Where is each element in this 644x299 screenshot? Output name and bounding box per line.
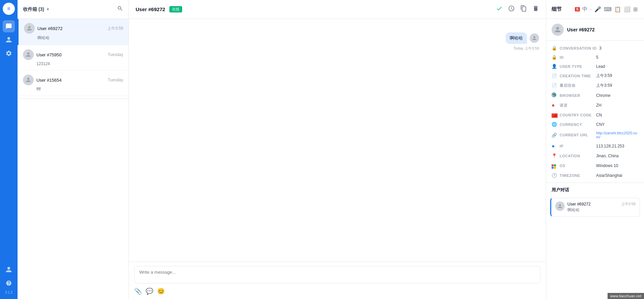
chat-header-title: User #69272 (136, 6, 165, 12)
field-id: 🔒 ID 5 (546, 53, 644, 62)
conversation-item[interactable]: User #15654 Tuesday ffff (18, 71, 129, 96)
message-avatar (530, 33, 539, 43)
field-value-id: 5 (596, 55, 598, 60)
field-conversation-id: 🔒 CONVERSATION ID 3 (546, 44, 644, 53)
chat-input-tools: 📎 💬 😊 (134, 288, 540, 295)
conversation-list-panel: 收件箱 (3) ▼ User #69272 上午3:59 啊哈哈 (18, 0, 129, 299)
chevron-down-icon: ▼ (46, 7, 50, 11)
field-label-location: LOCATION (560, 154, 593, 158)
chat-header-actions (496, 5, 539, 13)
mini-conv-time: 上午3:59 (621, 201, 636, 207)
bubble-icon[interactable]: 💬 (146, 288, 153, 295)
profile-icon (5, 266, 12, 273)
mini-conv-content: User #69272 上午3:59 啊哈哈 (567, 201, 636, 213)
mini-conv-preview: 啊哈哈 (567, 207, 636, 213)
conv-time: Tuesday (108, 78, 123, 82)
field-value-location: Jinan, China (596, 154, 619, 158)
field-last-activity: 📄 最后活动 上午3:59 (546, 81, 644, 90)
detail-tool-7[interactable]: ⊞ (632, 5, 639, 13)
field-label-creation-time: CREATION TIME (560, 74, 593, 78)
copy-button[interactable] (520, 5, 527, 13)
detail-avatar (552, 24, 564, 36)
contacts-icon (5, 36, 12, 43)
detail-toolbar: S 中 · 🎤 ⌨ 📋 ⬜ ⊞ (575, 5, 639, 14)
search-button[interactable] (117, 5, 123, 13)
emoji-icon[interactable]: 😊 (157, 288, 165, 295)
conversation-item[interactable]: User #69272 上午3:59 啊哈哈 (18, 19, 129, 45)
field-value-timezone: Asia/Shanghai (596, 173, 622, 178)
field-browser: BROWSER Chrome (546, 90, 644, 100)
field-label-id: ID (560, 55, 593, 59)
timezone-icon: 🕐 (552, 173, 557, 178)
sidebar-item-profile[interactable] (3, 264, 15, 276)
snooze-button[interactable] (508, 5, 515, 13)
field-os: OS Windows 10 (546, 160, 644, 171)
detail-tool-3[interactable]: 🎤 (593, 5, 602, 13)
conv-preview: 123124 (23, 61, 123, 66)
detail-tool-1[interactable]: 中 (581, 5, 589, 14)
field-label-browser: BROWSER (560, 93, 593, 98)
chat-messages: 啊哈哈 Today 上午3:59 (129, 19, 546, 262)
conversation-item[interactable]: User #75950 Tuesday 123124 (18, 45, 129, 71)
detail-tool-2[interactable]: · (589, 5, 593, 13)
field-label-currency: CURRENCY (560, 123, 593, 127)
field-label-os: OS (560, 164, 593, 168)
inbox-title[interactable]: 收件箱 (3) ▼ (23, 6, 50, 12)
version-label: 3.1.3 (5, 291, 12, 296)
conv-username: User #15654 (36, 78, 61, 83)
detail-tool-6[interactable]: ⬜ (623, 5, 632, 13)
field-location: 📍 LOCATION Jinan, China (546, 151, 644, 160)
location-icon: 📍 (552, 153, 557, 158)
currency-icon: 🌐 (552, 122, 557, 127)
field-label-ip: IP (560, 144, 593, 148)
os-icon (552, 162, 557, 169)
avatar (23, 75, 34, 85)
detail-tool-4[interactable]: ⌨ (603, 5, 613, 13)
field-value-os: Windows 10 (596, 163, 618, 168)
detail-user-info: User #69272 (546, 19, 644, 41)
watermark: www.tiaozhuan.net (608, 293, 644, 299)
online-badge: 在线 (169, 6, 182, 12)
field-label-country-code: COUNTRY CODE (560, 113, 593, 117)
ip-icon: ● (552, 143, 557, 149)
settings-icon (5, 50, 12, 57)
logo-button[interactable]: ≡ (3, 3, 15, 15)
search-icon (117, 5, 123, 11)
field-language: ● 语言 ZH (546, 100, 644, 110)
conv-item-top: User #15654 Tuesday (23, 75, 123, 85)
resolve-button[interactable] (496, 5, 503, 13)
detail-username: User #69272 (567, 27, 595, 32)
mini-conv-top: User #69272 上午3:59 (567, 201, 636, 207)
field-value-last-activity: 上午3:59 (596, 83, 612, 88)
delete-button[interactable] (532, 5, 539, 13)
field-label-current-url: CURRENT URL (560, 133, 593, 137)
sidebar-item-contacts[interactable] (3, 34, 15, 46)
conv-user: User #15654 (23, 75, 61, 85)
sougou-icon: S (575, 7, 580, 11)
avatar (23, 49, 34, 60)
detail-panel: 细节 S 中 · 🎤 ⌨ 📋 ⬜ ⊞ User #69272 🔒 CONVERS… (546, 0, 644, 299)
sidebar-item-help[interactable] (3, 277, 15, 289)
field-value-current-url[interactable]: http://yanshi.btcc2020.com/ (596, 131, 639, 139)
help-icon (6, 280, 12, 286)
conv-user: User #75950 (23, 49, 61, 60)
field-timezone: 🕐 TIMEZONE Asia/Shanghai (546, 171, 644, 180)
conv-user: User #69272 (24, 23, 62, 34)
field-label-last-activity: 最后活动 (560, 83, 593, 88)
message-input[interactable] (134, 266, 540, 283)
user-conversation-item[interactable]: User #69272 上午3:59 啊哈哈 (550, 198, 640, 217)
message-bubble: 啊哈哈 (506, 32, 527, 44)
attachment-icon[interactable]: 📎 (134, 288, 142, 295)
detail-header: 细节 S 中 · 🎤 ⌨ 📋 ⬜ ⊞ (546, 0, 644, 19)
field-value-country-code: CN (596, 113, 602, 117)
conversation-list-header: 收件箱 (3) ▼ (18, 0, 129, 19)
chat-header: User #69272 在线 (129, 0, 546, 19)
field-label-timezone: TIMEZONE (560, 173, 593, 178)
detail-tool-5[interactable]: 📋 (613, 5, 622, 13)
nav-bottom: 3.1.3 (3, 264, 15, 296)
sidebar-item-chat[interactable] (3, 20, 15, 32)
field-value-language: ZH (596, 103, 601, 108)
inbox-title-text: 收件箱 (3) (23, 6, 44, 12)
conv-username: User #69272 (37, 26, 62, 31)
sidebar-item-settings[interactable] (3, 47, 15, 59)
